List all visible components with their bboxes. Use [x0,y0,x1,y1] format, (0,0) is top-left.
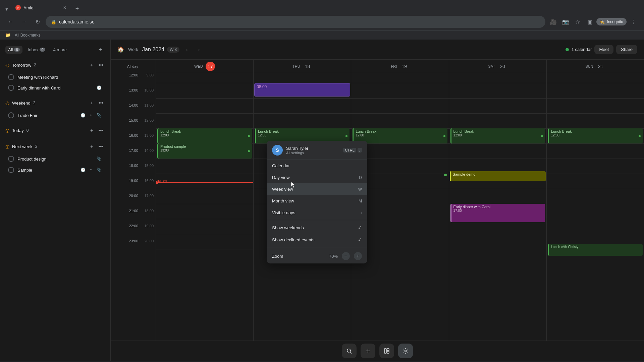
event-fri-lunch[interactable]: Lunch Break 12:00 [353,128,447,143]
context-menu: S Sarah Tyler All settings CTRL , Calend… [267,141,367,263]
bookmarks-label[interactable]: All Bookmarks [12,33,43,38]
today-more-btn[interactable]: ••• [97,126,105,134]
day-header-wed[interactable]: Wed 17 [156,60,254,73]
day-col-sat[interactable]: Sample demo Lunch Break 12:00 Early dinn… [449,83,547,341]
calendar-work-label[interactable]: Work [128,47,138,52]
event-wed-lunch[interactable]: Lunch Break 12:00 [157,128,252,143]
all-day-row [156,73,644,83]
today-add-btn[interactable]: + [88,126,96,134]
tab-all-badge: 6 [14,48,19,52]
menu-item-month-view[interactable]: Month view M [267,195,367,207]
address-bar[interactable]: 🔒 calendar.amie.so [46,16,545,28]
menu-item-day-view[interactable]: Day view D [267,172,367,183]
all-day-cell-thu[interactable] [254,73,351,83]
sidebar-item-sample[interactable]: Sample 🕐 • 📎 [3,165,108,175]
add-event-btn[interactable] [361,344,375,358]
calendar-header: 🏠 Work Jan 2024 W 3 ‹ › 1 calendar Meet … [111,40,644,60]
svg-rect-6 [387,351,389,353]
event-sat-sample-demo[interactable]: Sample demo [450,171,546,181]
zoom-minus-btn[interactable]: − [342,252,350,260]
menu-label-visible-days: Visible days [272,210,361,215]
sidebar-item-meeting-richard[interactable]: Meeting with Richard [3,72,108,82]
today-actions: + ••• [88,126,105,134]
event-title-sat-dinner: Early dinner with Carol [453,205,543,209]
event-time-sat-lunch: 12:00 [453,133,543,137]
menu-item-week-view[interactable]: Week view W [267,183,367,195]
menu-shortcut-week-view: W [358,187,362,192]
event-wed-product[interactable]: Product sample 13:00 [157,143,252,159]
day-header-fri[interactable]: Fri 19 [351,60,449,73]
more-options-btn[interactable]: ⋮ [628,16,639,27]
menu-shortcut-month-view: M [359,199,362,203]
nextweek-add-btn[interactable]: + [88,142,96,150]
tomorrow-add-btn[interactable]: + [88,61,96,69]
sidebar-toggle-btn[interactable]: ▣ [584,16,595,27]
incognito-badge[interactable]: 🕵 Incognito [596,18,627,25]
menu-item-show-declined[interactable]: Show declined events ✓ [267,234,367,246]
day-col-wed[interactable]: Lunch Break 12:00 Product sample 13:00 [156,83,254,341]
context-menu-header[interactable]: S Sarah Tyler All settings CTRL , [267,141,367,160]
event-dot-wed-product [248,150,250,152]
event-thu-0800[interactable]: 08:00 [254,83,350,97]
settings-btn[interactable] [398,344,413,358]
event-sat-lunch[interactable]: Lunch Break 12:00 [450,128,545,143]
nextweek-more-btn[interactable]: ••• [97,142,105,150]
tab-close-btn[interactable]: ✕ [62,5,68,11]
all-day-cell-sun[interactable] [547,73,644,83]
tab-back-btn[interactable]: ▼ [3,5,11,13]
day-header-thu[interactable]: Thu 18 [254,60,351,73]
weekend-add-btn[interactable]: + [88,99,96,107]
home-icon[interactable]: 🏠 [117,46,124,53]
event-title: Lunch Break [160,129,250,133]
sidebar-item-product-design[interactable]: Product design 📎 [3,154,108,164]
tab-new-btn[interactable]: + [72,4,82,13]
all-day-cell-wed[interactable] [156,73,254,83]
search-btn[interactable] [342,344,357,358]
event-sat-early-dinner[interactable]: Early dinner with Carol 17:00 [450,204,545,222]
tomorrow-more-btn[interactable]: ••• [97,61,105,69]
all-day-cell-fri[interactable] [351,73,449,83]
all-day-cell-sat[interactable] [449,73,547,83]
menu-item-calendar[interactable]: Calendar [267,160,367,172]
day-header-sat[interactable]: Sat 20 [449,60,547,73]
tab-favicon: A [15,5,21,10]
event-sun-lunch[interactable]: Lunch Break 12:00 [548,128,643,143]
browser-tab-active[interactable]: A Amie ✕ [11,2,72,13]
event-dot-thu-lunch [345,135,347,137]
gear-icon [402,348,409,354]
menu-label-show-declined: Show declined events [272,237,358,242]
menu-check-show-declined: ✓ [358,237,362,242]
time-slot-1200: 12:00 [111,73,141,88]
day-header-sun[interactable]: Sun 21 [547,60,644,73]
cal-next-btn[interactable]: › [194,45,204,54]
day-col-sun[interactable]: Lunch Break 12:00 Lunch with Christy [547,83,644,341]
share-btn[interactable]: Share [616,45,637,54]
nav-forward-btn[interactable]: → [19,16,30,27]
time-slot-1600: 16:00 [111,133,141,148]
sidebar-item-early-dinner[interactable]: Early dinner with Carol 🕐 [3,82,108,93]
sidebar-section-today: ◎ Today 0 + ••• [0,122,110,138]
sidebar-tab-more[interactable]: 4 more [51,46,69,54]
meet-btn[interactable]: Meet [594,45,613,54]
tab-all-label: All [8,47,13,52]
event-time: 12:00 [160,133,250,137]
zoom-value: 70% [329,254,338,259]
layout-btn[interactable] [379,344,394,358]
zoom-plus-btn[interactable]: + [354,252,362,260]
event-sun-lunch-christy[interactable]: Lunch with Christy [548,244,643,256]
sidebar-tab-inbox[interactable]: Inbox 0 [25,46,48,54]
menu-item-show-weekends[interactable]: Show weekends ✓ [267,222,367,234]
time-slot-r-1000: 10:00 [141,88,156,103]
weekend-more-btn[interactable]: ••• [97,99,105,107]
nav-reload-btn[interactable]: ↻ [32,16,43,27]
cal-prev-btn[interactable]: ‹ [182,45,192,54]
star-icon[interactable]: ☆ [572,16,583,27]
event-dot-fri [443,135,445,137]
sidebar-tab-all[interactable]: All 6 [5,46,22,54]
tomorrow-title: Tomorrow [12,63,31,68]
menu-item-visible-days[interactable]: Visible days › [267,207,367,219]
sidebar-add-btn[interactable]: + [96,45,105,54]
nav-back-btn[interactable]: ← [5,16,16,27]
sidebar-item-trade-fair[interactable]: Trade Fair 🕐 • 📎 [3,110,108,121]
time-slot-2100: 21:00 [111,209,141,224]
